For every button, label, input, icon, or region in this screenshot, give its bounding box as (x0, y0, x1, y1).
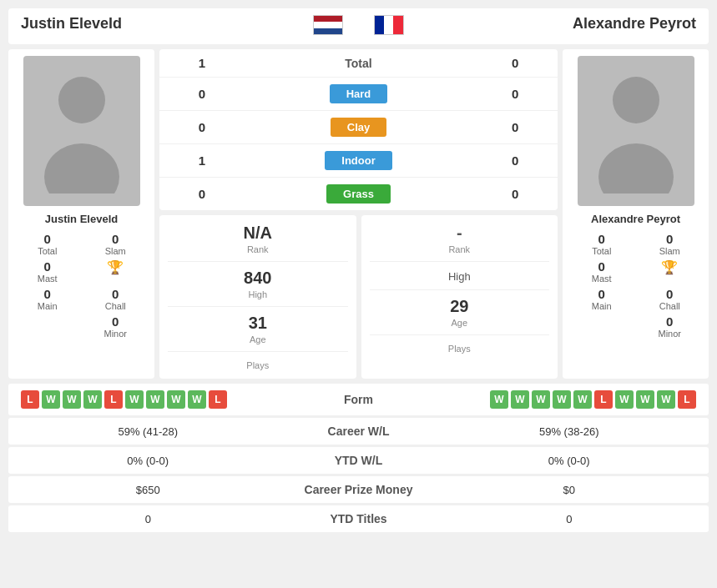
left-player-name-header: Justin Eleveld (21, 15, 246, 33)
form-badge-l: L (594, 390, 613, 409)
right-ytd-titles: 0 (442, 513, 697, 525)
right-age-value: 29 (370, 297, 550, 316)
left-high-label: High (168, 289, 348, 299)
left-age-label: Age (168, 334, 348, 344)
score-row-clay: 0 Clay 0 (159, 111, 558, 144)
form-badge-w: W (511, 390, 529, 409)
left-player-name: Justin Eleveld (45, 213, 118, 225)
info-blocks: N/A Rank 840 High 31 Age Plays (159, 215, 558, 379)
right-stat-chall: 0 Chall (638, 287, 703, 311)
total-score-right: 0 (512, 56, 545, 70)
hard-badge: Hard (330, 84, 388, 103)
svg-point-3 (598, 143, 674, 193)
form-badge-w: W (573, 390, 592, 409)
right-player-name: Alexandre Peyrot (591, 213, 680, 225)
total-score-left: 1 (172, 56, 205, 70)
center-panel: 1 Total 0 0 Hard 0 0 (159, 49, 558, 379)
left-rank-value: N/A (168, 224, 348, 243)
right-stat-main: 0 Main (569, 287, 634, 311)
left-trophy-icon: 🏆 (83, 259, 149, 284)
form-badge-w: W (83, 390, 102, 409)
indoor-badge-center: Indoor (205, 151, 512, 170)
hard-score-right: 0 (512, 87, 545, 101)
right-rank-value: - (370, 224, 550, 243)
right-high-cell: High (370, 269, 550, 290)
svg-point-2 (613, 77, 659, 123)
prize-row: $650 Career Prize Money $0 (8, 476, 709, 503)
hard-score-left: 0 (172, 87, 205, 101)
grass-badge-center: Grass (205, 184, 512, 204)
right-trophy-icon: 🏆 (638, 259, 703, 284)
right-player-avatar (578, 56, 694, 206)
left-high-cell: 840 High (168, 269, 348, 307)
right-flag (374, 15, 404, 35)
left-info-block: N/A Rank 840 High 31 Age Plays (159, 215, 356, 379)
left-player-avatar (23, 56, 140, 206)
form-row: LWWWLWWWWL Form WWWWWLWWWL (8, 384, 709, 415)
indoor-score-right: 0 (512, 153, 545, 168)
score-row-grass: 0 Grass 0 (159, 178, 558, 210)
form-badge-l: L (678, 390, 696, 409)
bottom-section: LWWWLWWWWL Form WWWWWLWWWL 59% (41-28) C… (8, 384, 709, 532)
form-badge-w: W (167, 390, 185, 409)
left-prize: $650 (21, 484, 275, 496)
right-player-stats: 0 Total 0 Slam 0 Mast 🏆 0 Main (569, 232, 702, 339)
right-player-name-header: Alexandre Peyrot (471, 15, 696, 33)
score-table: 1 Total 0 0 Hard 0 0 (159, 49, 558, 210)
clay-badge: Clay (331, 118, 386, 137)
left-stat-chall: 0 Chall (83, 287, 149, 311)
form-badge-w: W (125, 390, 144, 409)
right-stat-minor: 0 Minor (638, 314, 703, 339)
right-plays-label: Plays (370, 344, 550, 354)
right-rank-label: Rank (370, 244, 550, 254)
left-ytd-titles: 0 (21, 513, 275, 525)
score-row-total: 1 Total 0 (159, 49, 558, 78)
left-high-value: 840 (168, 269, 348, 288)
left-age-cell: 31 Age (168, 314, 348, 352)
grass-score-right: 0 (512, 187, 545, 201)
score-row-indoor: 1 Indoor 0 (159, 144, 558, 178)
right-stat-mast: 0 Mast (569, 259, 634, 284)
indoor-score-left: 1 (172, 153, 205, 168)
ytd-wl-row: 0% (0-0) YTD W/L 0% (0-0) (8, 447, 709, 474)
right-info-block: - Rank High 29 Age Plays (361, 215, 558, 379)
left-rank-cell: N/A Rank (168, 224, 348, 262)
right-high-value: High (370, 270, 550, 283)
career-wl-label: Career W/L (275, 425, 442, 438)
left-flag (313, 15, 343, 35)
form-badge-w: W (490, 390, 508, 409)
right-age-label: Age (370, 318, 550, 328)
main-container: Justin Eleveld Alexandre Peyrot Justin E… (0, 0, 717, 540)
career-wl-row: 59% (41-28) Career W/L 59% (38-26) (8, 418, 709, 445)
clay-score-right: 0 (512, 120, 545, 134)
left-plays-label: Plays (168, 360, 348, 370)
left-form-badges: LWWWLWWWWL (21, 390, 275, 409)
form-badge-w: W (636, 390, 654, 409)
ytd-wl-label: YTD W/L (275, 454, 442, 467)
right-age-cell: 29 Age (370, 297, 550, 335)
left-rank-label: Rank (168, 244, 348, 254)
svg-point-0 (58, 77, 105, 123)
right-plays-cell: Plays (370, 342, 550, 354)
grass-score-left: 0 (172, 187, 205, 201)
hard-badge-center: Hard (205, 84, 512, 103)
left-ytd-wl: 0% (0-0) (21, 455, 275, 467)
total-label: Total (205, 57, 512, 70)
clay-score-left: 0 (172, 120, 205, 134)
left-plays-cell: Plays (168, 359, 348, 370)
form-label: Form (275, 393, 442, 406)
right-stat-total: 0 Total (569, 232, 634, 256)
form-badge-l: L (21, 390, 39, 409)
right-prize: $0 (442, 484, 697, 496)
svg-point-1 (44, 143, 119, 193)
left-career-wl: 59% (41-28) (21, 425, 275, 438)
left-age-value: 31 (168, 314, 348, 333)
right-player-card: Alexandre Peyrot 0 Total 0 Slam 0 Mast 🏆 (563, 49, 709, 379)
right-career-wl: 59% (38-26) (442, 425, 697, 438)
ytd-titles-row: 0 YTD Titles 0 (8, 505, 709, 532)
form-badge-w: W (615, 390, 634, 409)
left-player-stats: 0 Total 0 Slam 0 Mast 🏆 0 Main (15, 232, 148, 339)
left-stat-mast: 0 Mast (15, 259, 80, 284)
prize-label: Career Prize Money (275, 483, 442, 496)
indoor-badge: Indoor (325, 151, 391, 170)
